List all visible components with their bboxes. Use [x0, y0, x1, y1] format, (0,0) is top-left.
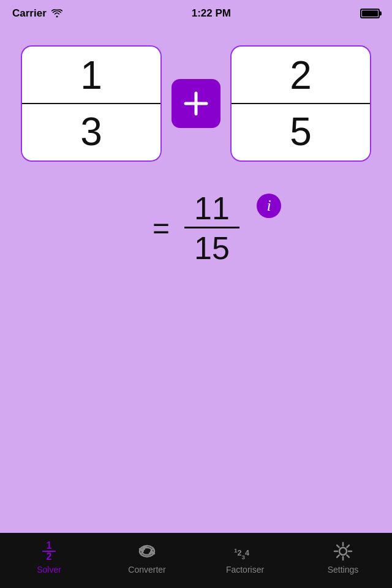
- svg-text:i: i: [266, 197, 271, 214]
- battery-fill: [362, 10, 378, 17]
- carrier-text: Carrier: [12, 7, 47, 20]
- solver-fraction-display: 1 2: [42, 541, 56, 562]
- left-numerator[interactable]: 1: [22, 48, 160, 103]
- right-fraction-box[interactable]: 2 5: [230, 45, 371, 162]
- tab-factoriser[interactable]: 1234 Factoriser: [202, 540, 288, 575]
- left-denominator[interactable]: 3: [22, 104, 160, 159]
- converter-tab-label: Converter: [128, 565, 165, 575]
- info-button[interactable]: i: [255, 192, 282, 219]
- svg-text:1234: 1234: [234, 547, 249, 560]
- plus-icon: [181, 88, 211, 119]
- svg-line-12: [347, 555, 349, 557]
- fractions-row: 1 3 2 5: [12, 45, 380, 162]
- settings-tab-icon: [332, 540, 354, 562]
- status-bar: Carrier 1:22 PM: [0, 0, 392, 27]
- equals-sign: =: [153, 211, 170, 245]
- factoriser-tab-label: Factoriser: [226, 565, 264, 575]
- solver-tab-label: Solver: [37, 565, 61, 575]
- converter-tab-icon: [136, 540, 158, 562]
- tab-settings[interactable]: Settings: [300, 540, 386, 575]
- tab-solver[interactable]: 1 2 Solver: [6, 540, 92, 575]
- wifi-icon: [51, 9, 62, 18]
- battery-icon: [360, 9, 380, 18]
- svg-line-14: [337, 555, 339, 557]
- result-row: = 11 15 i: [153, 192, 239, 264]
- operator-button[interactable]: [172, 79, 221, 128]
- factoriser-icon: 1234: [234, 543, 256, 560]
- svg-line-13: [347, 545, 349, 548]
- result-fraction: 11 15: [184, 192, 239, 264]
- svg-line-11: [337, 545, 339, 548]
- main-content: 1 3 2 5 = 11 15 i: [0, 27, 392, 533]
- converter-icon: [136, 540, 158, 562]
- settings-tab-label: Settings: [328, 565, 359, 575]
- info-icon: i: [255, 192, 282, 219]
- result-denominator: 15: [194, 228, 230, 264]
- left-fraction-box[interactable]: 1 3: [21, 45, 162, 162]
- result-numerator: 11: [194, 192, 230, 227]
- time-display: 1:22 PM: [192, 7, 231, 20]
- battery-indicator: [360, 9, 380, 18]
- factoriser-tab-icon: 1234: [234, 540, 256, 562]
- tab-converter[interactable]: Converter: [104, 540, 190, 575]
- carrier-info: Carrier: [12, 7, 62, 20]
- tab-bar: 1 2 Solver Converter 1234: [0, 533, 392, 588]
- right-numerator[interactable]: 2: [232, 48, 370, 103]
- right-denominator[interactable]: 5: [232, 104, 370, 159]
- gear-icon: [332, 540, 354, 562]
- svg-point-6: [339, 548, 347, 555]
- solver-tab-icon: 1 2: [38, 540, 60, 562]
